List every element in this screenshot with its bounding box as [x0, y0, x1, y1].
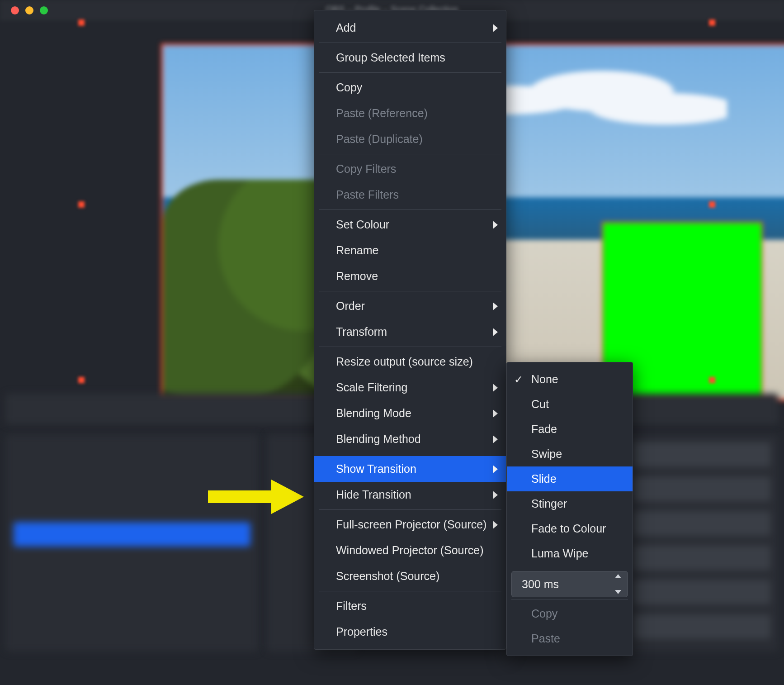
menu-item-order[interactable]: Order [314, 293, 506, 319]
transition-duration-value: 300 ms [522, 579, 559, 590]
app-window: OBS – Profile – Scene Collection [0, 0, 784, 685]
control-button[interactable] [633, 442, 770, 467]
submenu-item-label: Cut [531, 399, 549, 410]
menu-item-hide_transition[interactable]: Hide Transition [314, 482, 506, 508]
control-button[interactable] [633, 614, 770, 639]
transition-option-swipe[interactable]: Swipe [507, 442, 633, 466]
submenu-item-copy: Copy [507, 601, 633, 626]
menu-separator [319, 209, 501, 210]
scenes-sources-panel [5, 434, 259, 652]
menu-item-label: Blending Method [336, 433, 421, 445]
menu-separator [319, 509, 501, 510]
transition-option-stinger[interactable]: Stinger [507, 491, 633, 516]
menu-separator [319, 43, 501, 43]
menu-item-blending_mode[interactable]: Blending Mode [314, 400, 506, 426]
menu-item-resize_output[interactable]: Resize output (source size) [314, 349, 506, 375]
transition-duration-stepper[interactable]: 300 ms [511, 571, 628, 597]
menu-item-label: Paste (Reference) [336, 108, 428, 119]
menu-item-group[interactable]: Group Selected Items [314, 45, 506, 71]
submenu-item-label: Fade [531, 423, 557, 435]
stepper-up-icon[interactable] [615, 574, 621, 578]
menu-item-win_projector[interactable]: Windowed Projector (Source) [314, 538, 506, 563]
menu-item-label: Windowed Projector (Source) [336, 545, 484, 556]
menu-item-label: Screenshot (Source) [336, 571, 439, 582]
menu-item-label: Remove [336, 271, 378, 282]
show-transition-submenu[interactable]: ✓NoneCutFadeSwipeSlideStingerFade to Col… [506, 362, 633, 656]
submenu-item-label: Stinger [531, 498, 567, 509]
menu-item-copy_filters: Copy Filters [314, 156, 506, 182]
menu-separator [511, 599, 628, 599]
menu-item-label: Order [336, 300, 365, 312]
list-item-selected[interactable] [14, 522, 250, 547]
menu-item-label: Paste (Duplicate) [336, 133, 423, 145]
control-button[interactable] [633, 546, 770, 570]
menu-item-rename[interactable]: Rename [314, 238, 506, 263]
control-button[interactable] [633, 511, 770, 536]
menu-item-paste_ref: Paste (Reference) [314, 100, 506, 126]
controls-panel [625, 434, 779, 652]
control-button[interactable] [633, 477, 770, 501]
menu-item-label: Set Colour [336, 219, 389, 230]
list-item[interactable] [14, 494, 250, 519]
stepper-down-icon[interactable] [615, 590, 621, 594]
transition-option-fade[interactable]: Fade [507, 417, 633, 442]
menu-item-add[interactable]: Add [314, 15, 506, 41]
menu-item-label: Transform [336, 326, 387, 338]
chevron-right-icon [493, 491, 498, 499]
transition-option-none[interactable]: ✓None [507, 367, 633, 392]
menu-item-show_transition[interactable]: Show Transition [314, 456, 506, 482]
submenu-item-label: Luma Wipe [531, 548, 588, 559]
submenu-item-paste: Paste [507, 626, 633, 651]
transition-option-fadecol[interactable]: Fade to Colour [507, 516, 633, 541]
submenu-item-label: Swipe [531, 448, 562, 460]
menu-item-label: Show Transition [336, 463, 416, 475]
menu-item-scale_filtering[interactable]: Scale Filtering [314, 375, 506, 400]
menu-item-label: Full-screen Projector (Source) [336, 519, 486, 530]
menu-item-remove[interactable]: Remove [314, 263, 506, 289]
menu-separator [511, 568, 628, 568]
chevron-right-icon [493, 302, 498, 310]
menu-item-label: Filters [336, 600, 367, 612]
chevron-right-icon [493, 465, 498, 473]
menu-item-properties[interactable]: Properties [314, 619, 506, 645]
menu-item-blending_method[interactable]: Blending Method [314, 426, 506, 452]
menu-item-screenshot[interactable]: Screenshot (Source) [314, 563, 506, 589]
chevron-right-icon [493, 221, 498, 229]
menu-item-label: Copy Filters [336, 163, 396, 175]
menu-item-label: Copy [336, 82, 362, 93]
chevron-right-icon [493, 409, 498, 418]
chevron-right-icon [493, 521, 498, 529]
control-button[interactable] [633, 580, 770, 604]
source-context-menu[interactable]: AddGroup Selected ItemsCopyPaste (Refere… [314, 10, 506, 650]
menu-separator [319, 347, 501, 347]
transition-option-luma[interactable]: Luma Wipe [507, 541, 633, 566]
menu-item-label: Hide Transition [336, 489, 411, 500]
menu-item-label: Paste Filters [336, 189, 399, 200]
submenu-item-label: None [531, 374, 558, 385]
menu-separator [319, 291, 501, 291]
menu-separator [319, 154, 501, 154]
menu-separator [319, 72, 501, 73]
menu-item-paste_filters: Paste Filters [314, 182, 506, 208]
list-item[interactable] [14, 466, 250, 490]
submenu-item-label: Copy [531, 608, 557, 619]
menu-item-label: Add [336, 22, 356, 33]
menu-item-copy[interactable]: Copy [314, 75, 506, 100]
check-icon: ✓ [514, 374, 523, 385]
menu-separator [319, 454, 501, 454]
menu-item-label: Group Selected Items [336, 52, 445, 63]
submenu-item-label: Fade to Colour [531, 523, 606, 534]
chevron-right-icon [493, 435, 498, 443]
menu-item-paste_dup: Paste (Duplicate) [314, 126, 506, 152]
transition-option-slide[interactable]: Slide [507, 466, 633, 491]
menu-item-set_colour[interactable]: Set Colour [314, 212, 506, 238]
menu-item-filters[interactable]: Filters [314, 593, 506, 619]
menu-item-label: Rename [336, 245, 379, 256]
submenu-item-label: Paste [531, 633, 560, 644]
menu-item-label: Properties [336, 626, 387, 637]
menu-item-fs_projector[interactable]: Full-screen Projector (Source) [314, 512, 506, 538]
transition-option-cut[interactable]: Cut [507, 392, 633, 417]
menu-item-label: Blending Mode [336, 408, 411, 419]
chevron-right-icon [493, 24, 498, 32]
menu-item-transform[interactable]: Transform [314, 319, 506, 345]
